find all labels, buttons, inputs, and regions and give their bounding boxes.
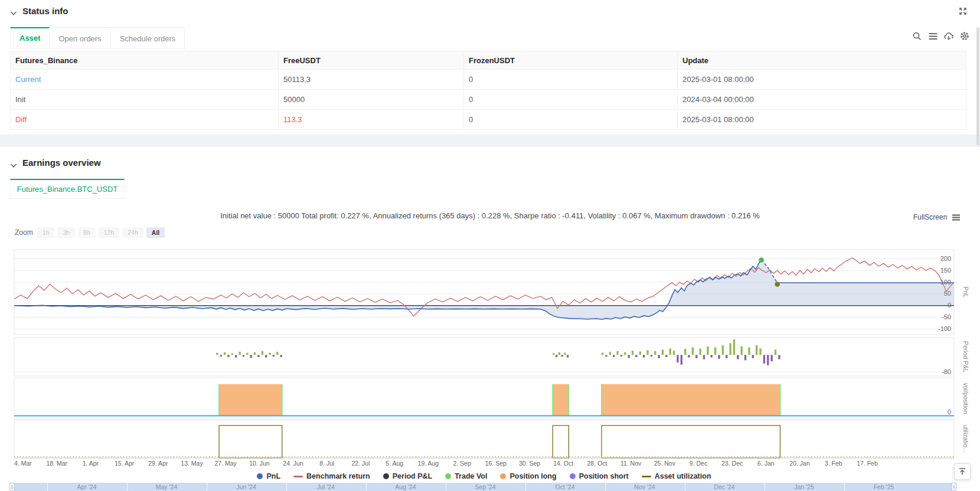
pnl-panel: 200150100500-50-100PnL — [14, 250, 969, 335]
y-axis-tick: -80 — [942, 368, 951, 375]
x-axis-date-label: 18. Mar — [46, 460, 67, 467]
x-axis-date-label: 30. Sep — [519, 460, 540, 467]
navigator-month-label: Apr '24 — [77, 483, 97, 490]
period-pnl-bar — [699, 349, 701, 355]
position-long-block — [553, 384, 569, 416]
y-axis-tick: 150 — [940, 267, 951, 274]
legend-marker — [445, 473, 451, 479]
navigator-gridline — [207, 483, 207, 491]
tab-asset[interactable]: Asset — [10, 27, 50, 49]
zoom-button-1h[interactable]: 1h — [37, 227, 55, 238]
legend-item-asset-utilization[interactable]: Asset utilization — [642, 472, 711, 480]
pnl-line — [14, 260, 762, 320]
settings-icon[interactable] — [959, 31, 970, 41]
navigator-month-label: Nov '24 — [634, 483, 655, 490]
legend-label: Position short — [579, 472, 629, 480]
x-axis-date-label: 17. Feb — [857, 460, 878, 467]
period-pnl-bar — [628, 355, 629, 358]
fullscreen-label: FullScreen — [913, 213, 947, 221]
page-scrollbar-thumb[interactable] — [976, 27, 979, 145]
period-pnl-bar — [729, 343, 731, 355]
period-pnl-bar — [665, 355, 667, 357]
legend-item-pnl[interactable]: PnL — [257, 472, 280, 480]
zoom-label: Zoom — [15, 228, 33, 237]
zoom-button-12h[interactable]: 12h — [99, 227, 120, 238]
tab-futures-binance-btc-usdt[interactable]: Futures_Binance.BTC_USDT — [10, 179, 125, 199]
zoom-button-all[interactable]: All — [146, 227, 165, 238]
expand-icon[interactable] — [958, 6, 968, 17]
period-pnl-bar — [231, 353, 233, 355]
legend-item-position-long[interactable]: Position long — [500, 472, 556, 480]
trade-marker-dot — [759, 257, 764, 263]
period-pnl-bar — [651, 355, 652, 356]
chart-navigator[interactable]: Apr '24May '24Jun '24Jul '24Aug '24Sep '… — [14, 483, 954, 491]
position-long-block — [219, 384, 282, 416]
period-pnl-bar — [639, 352, 641, 355]
period-pnl-bar — [688, 355, 690, 357]
x-axis-date-label: 20. Jan — [789, 460, 810, 467]
tab-open-orders[interactable]: Open orders — [50, 27, 110, 49]
period-pnl-bar — [250, 355, 251, 358]
y-axis-tick: 200 — [940, 255, 951, 262]
legend-marker — [642, 476, 651, 477]
navigator-month-label: Oct '24 — [556, 483, 575, 490]
period-pnl-bar — [276, 352, 278, 355]
utilization-panel: utilizatio… — [14, 420, 969, 458]
x-axis-date-label: 11. Nov — [620, 460, 642, 467]
status-tabs: AssetOpen ordersSchedule orders — [10, 27, 185, 49]
asset-utilization-block — [219, 425, 282, 458]
period-pnl-bar — [707, 346, 708, 355]
chart-menu-icon[interactable] — [950, 212, 961, 222]
position-long-block — [602, 384, 780, 416]
period-pnl-bar — [737, 355, 739, 359]
navigator-handle-left[interactable] — [9, 483, 15, 491]
period-pnl-bar — [556, 355, 557, 357]
legend-item-trade-vol[interactable]: Trade Vol — [445, 472, 487, 480]
period-pnl-bar — [775, 349, 776, 355]
period-pnl-bar — [722, 345, 724, 355]
earnings-collapse-chevron[interactable] — [10, 160, 17, 171]
fullscreen-button[interactable]: FullScreen — [913, 212, 961, 222]
period-pnl-bar — [692, 348, 694, 355]
x-axis-date-label: 22. Jul — [352, 460, 370, 467]
navigator-handle-right[interactable] — [951, 483, 956, 491]
navigator-month-label: Dec '24 — [714, 483, 734, 490]
legend-marker — [383, 473, 389, 479]
navigator-month-label: Jun '24 — [236, 483, 256, 490]
legend-item-position-short[interactable]: Position short — [570, 472, 629, 480]
x-axis-date-label: 4. Mar — [14, 460, 32, 467]
scroll-to-top-button[interactable] — [954, 463, 971, 480]
navigator-month-label: May '24 — [156, 483, 177, 490]
x-axis-date-label: 24. Jun — [283, 460, 303, 467]
table-link-cell[interactable]: Current — [11, 70, 279, 90]
period-pnl-bar — [613, 355, 615, 357]
period-pnl-bar — [711, 355, 713, 357]
status-section-title: Status info — [22, 6, 68, 16]
period-pnl-bar — [733, 339, 735, 355]
legend-marker — [570, 473, 576, 479]
status-collapse-chevron[interactable] — [10, 8, 17, 18]
legend-item-period-p-l[interactable]: Period P&L — [383, 472, 432, 480]
navigator-gridline — [366, 483, 367, 491]
navigator-gridline — [47, 483, 48, 491]
y-axis-tick: 100 — [940, 279, 951, 286]
zoom-button-24h[interactable]: 24h — [122, 227, 143, 238]
menu-icon[interactable] — [927, 31, 938, 41]
cloud-download-icon[interactable] — [943, 31, 954, 41]
benchmark-return-line — [14, 258, 954, 316]
pnl-axis-title: PnL — [962, 287, 969, 298]
x-axis-date-label: 10. Jun — [249, 460, 270, 467]
tab-schedule-orders[interactable]: Schedule orders — [111, 27, 185, 49]
zoom-buttons: 1h3h8h12h24hAll — [37, 227, 165, 238]
zoom-bar: Zoom 1h3h8h12h24hAll — [15, 227, 165, 238]
x-axis-date-label: 2. Sep — [453, 460, 471, 467]
column-header: FreeUSDT — [279, 51, 464, 70]
x-axis-date-label: 6. Jan — [757, 460, 775, 467]
legend-item-benchmark-return[interactable]: Benchmark return — [293, 472, 370, 480]
zoom-button-3h[interactable]: 3h — [57, 227, 75, 238]
chart-legend: PnLBenchmark returnPeriod P&LTrade VolPo… — [14, 472, 954, 480]
zoom-button-8h[interactable]: 8h — [78, 227, 96, 238]
search-icon[interactable] — [912, 31, 922, 41]
y-axis-tick: 50 — [944, 290, 951, 297]
period-pnl-bar — [741, 346, 743, 355]
